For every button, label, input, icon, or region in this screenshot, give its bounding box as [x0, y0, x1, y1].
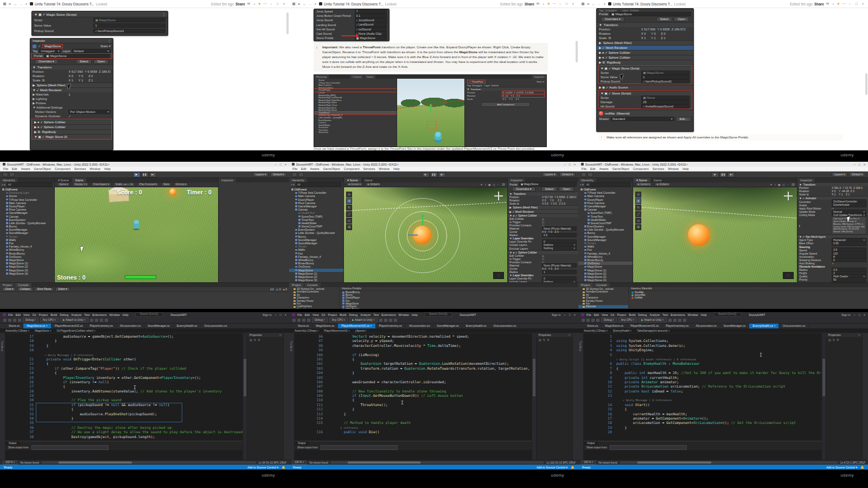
- cloud-icon[interactable]: [9, 172, 15, 177]
- editor-scrollbar[interactable]: [821, 333, 826, 460]
- back-icon[interactable]: [3, 319, 7, 322]
- magic-stone-sphere[interactable]: [688, 224, 710, 246]
- orientation-gizmo[interactable]: [494, 192, 503, 200]
- account-icon[interactable]: [581, 172, 586, 177]
- more-icon[interactable]: ⋯: [842, 2, 846, 6]
- signin-button[interactable]: Sign in: [552, 313, 560, 316]
- transform-tool[interactable]: ⊞: [635, 224, 641, 230]
- account-icon[interactable]: [3, 172, 8, 177]
- back-icon[interactable]: ←: [592, 2, 596, 6]
- hierarchy-item[interactable]: MagicStone (4): [289, 282, 343, 282]
- more-icon[interactable]: ⋯: [787, 183, 789, 186]
- play-button[interactable]: ▶: [711, 172, 719, 178]
- audio-toggle-icon[interactable]: ♪: [775, 183, 776, 186]
- console-tab[interactable]: Console: [15, 283, 32, 287]
- code-editor[interactable]: 96 Vector3 velocity = movementDirection.…: [295, 333, 532, 441]
- step-button[interactable]: ▶|: [149, 172, 157, 178]
- game-tab[interactable]: Game: [72, 178, 87, 182]
- menu-item[interactable]: Help: [123, 313, 129, 316]
- project-breadcrumb[interactable]: Assets ▸ Prefabs: [340, 287, 578, 291]
- game-toolbar-item[interactable]: Scale ─●── 1x: [113, 182, 135, 187]
- menu-item[interactable]: Window: [90, 167, 100, 170]
- close-button[interactable]: ×: [574, 163, 576, 166]
- attach-to-unity-button[interactable]: ▶ Attach to Unity: [639, 318, 666, 322]
- game-toolbar-item[interactable]: Display 1 ▾: [72, 182, 89, 187]
- signin-button[interactable]: Sign in: [263, 313, 271, 316]
- properties-tab[interactable]: Properties: [539, 333, 551, 337]
- scene-tab[interactable]: # Scene: [633, 178, 650, 182]
- horizontal-scrollbar[interactable]: [42, 461, 256, 464]
- class-dropdown[interactable]: MagicStone: [35, 329, 51, 332]
- menu-item[interactable]: Extensions: [381, 313, 395, 316]
- close-button[interactable]: ×: [864, 313, 865, 316]
- alphabetical-icon[interactable]: ⇅: [254, 338, 256, 341]
- minimize-button[interactable]: –: [847, 2, 852, 5]
- output-source-dropdown[interactable]: [610, 445, 687, 450]
- favorite-star-icon[interactable]: ★: [258, 2, 261, 6]
- zoom-dropdown[interactable]: 100 %: [3, 460, 17, 465]
- effects-toggle-icon[interactable]: ▦: [778, 183, 780, 186]
- document-tab[interactable]: ScoreManager.cs: [144, 324, 173, 328]
- lighting-toggle-icon[interactable]: ☀: [480, 183, 482, 186]
- transform-tool[interactable]: ⊞: [346, 224, 352, 230]
- console-tab[interactable]: Console: [304, 283, 321, 287]
- menu-item[interactable]: Assets: [310, 167, 320, 170]
- menu-item[interactable]: Project: [39, 313, 48, 316]
- minimize-button[interactable]: –: [564, 163, 565, 166]
- comment-icon[interactable]: [678, 319, 681, 322]
- move-tool[interactable]: ✚: [635, 198, 641, 204]
- menu-item[interactable]: Services: [653, 167, 664, 170]
- console-editor-dropdown[interactable]: Editor ▾: [55, 287, 69, 291]
- scrollbar[interactable]: [865, 73, 867, 95]
- page-title[interactable]: Unity Tutorial 74: Doozy Discovers T...: [324, 2, 384, 6]
- menu-item[interactable]: View: [602, 313, 608, 316]
- cloud-icon[interactable]: [298, 172, 304, 177]
- issues-indicator[interactable]: No issues found: [20, 461, 39, 464]
- menu-item[interactable]: Edit: [16, 313, 21, 316]
- error-count[interactable]: ● 0: [283, 288, 287, 291]
- maximize-button[interactable]: □: [854, 2, 859, 5]
- menu-item[interactable]: File: [3, 167, 8, 170]
- menu-item[interactable]: View: [23, 313, 30, 316]
- menu-item[interactable]: Assets: [21, 167, 30, 170]
- asset-item[interactable]: redMat: [629, 296, 868, 299]
- document-tab[interactable]: PlayerInventory.cs: [662, 324, 692, 328]
- hand-tool[interactable]: ⊙: [346, 192, 352, 198]
- menu-item[interactable]: Project: [617, 313, 626, 316]
- rotate-tool[interactable]: ↻: [346, 205, 352, 211]
- project-dropdown[interactable]: Assembly-CSharp: [295, 329, 318, 332]
- config-dropdown[interactable]: Debug: [23, 318, 39, 322]
- account-icon[interactable]: [292, 172, 297, 177]
- inspector-row[interactable]: Scale ⧉X 1 Y 1 Z 1: [797, 193, 868, 196]
- inspector-row[interactable]: Scale ⧉X 0.5 Y 0.5 Z 0.5: [508, 202, 578, 205]
- menu-item[interactable]: View: [312, 313, 319, 316]
- hierarchy-tab[interactable]: Hierarchy: [289, 178, 308, 182]
- scene-tab[interactable]: # Scene: [344, 178, 361, 182]
- comments-icon[interactable]: ✉: [247, 2, 251, 6]
- save-all-icon[interactable]: [596, 319, 599, 322]
- layers-dropdown[interactable]: Layers ▾: [832, 172, 847, 177]
- create-dropdown[interactable]: + ▾: [2, 183, 5, 186]
- maximize-button[interactable]: □: [859, 313, 860, 316]
- hidden-toggle-icon[interactable]: ◻: [782, 183, 784, 186]
- menu-item[interactable]: File: [8, 313, 13, 316]
- attach-to-unity-button[interactable]: ▶ Attach to Unity: [349, 318, 377, 322]
- minimize-button[interactable]: –: [275, 313, 277, 316]
- vs-search-input[interactable]: Search (Ctrl+Q): [135, 312, 163, 317]
- game-toolbar-item[interactable]: Gizmos ▾: [174, 182, 189, 187]
- project-tab[interactable]: Project: [289, 283, 304, 287]
- forward-icon[interactable]: →: [308, 2, 312, 6]
- hierarchy-search-input[interactable]: All: [296, 182, 342, 187]
- document-tab[interactable]: AILocomotion.cs: [692, 324, 720, 328]
- play-button[interactable]: ▶: [133, 172, 141, 178]
- document-tab[interactable]: PlayerMovementV2.cs: [338, 324, 375, 328]
- hierarchy-item[interactable]: Terrain: [289, 245, 343, 248]
- document-tab[interactable]: MagicStone.cs: [602, 324, 627, 328]
- document-tab[interactable]: EnemyHealth.cs: [174, 324, 201, 328]
- menu-item[interactable]: Edit: [12, 167, 17, 170]
- back-icon[interactable]: ←: [303, 2, 307, 6]
- page-title[interactable]: Unity Tutorial 74: Doozy Discovers T...: [613, 2, 673, 6]
- redo-icon[interactable]: [384, 319, 387, 322]
- document-tab[interactable]: AILocomotion.cs: [117, 324, 144, 328]
- menu-item[interactable]: Window: [110, 313, 120, 316]
